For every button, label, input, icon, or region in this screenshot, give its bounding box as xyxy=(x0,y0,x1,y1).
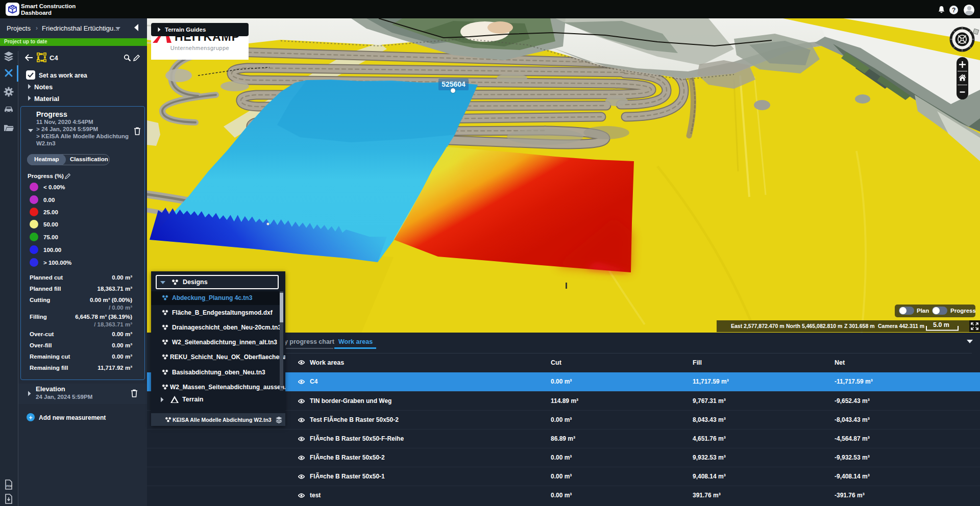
svg-text:PDF: PDF xyxy=(6,485,12,488)
